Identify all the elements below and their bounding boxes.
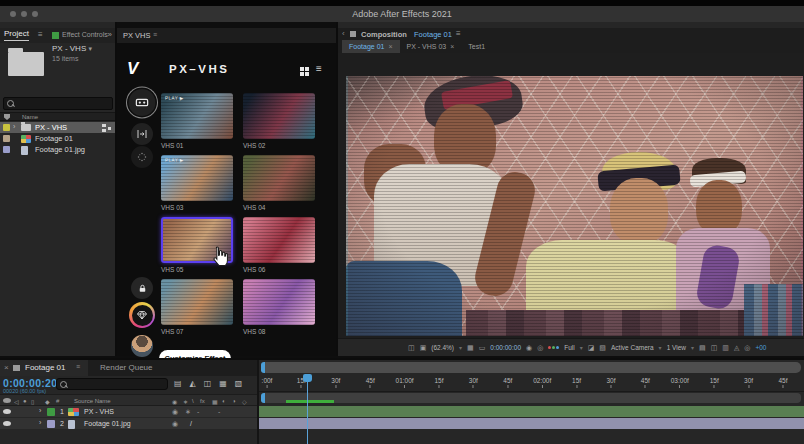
camera-view-select[interactable]: Active Camera [611, 344, 654, 351]
quality-switch-icon[interactable]: \ [192, 398, 194, 404]
effect-thumbnail[interactable]: PLAY ▶ [161, 155, 233, 201]
pxvhs-menu-icon[interactable]: ≡ [316, 63, 322, 74]
shy-switch-icon[interactable]: ◉ [172, 420, 178, 428]
viewer-tab[interactable]: Footage 01× [342, 40, 400, 53]
view-layout-select[interactable]: 1 View [667, 344, 686, 351]
visibility-eye-icon[interactable] [3, 421, 11, 426]
motion-blur-switch-icon[interactable]: - [218, 408, 220, 415]
time-navigator-bar[interactable] [261, 362, 801, 373]
tab-render-queue[interactable]: Render Queue [100, 363, 152, 372]
name-column-header[interactable]: Name [22, 114, 38, 120]
transitions-category-button[interactable] [131, 123, 153, 145]
grid-view-icon[interactable] [300, 67, 309, 76]
composition-mini-flowchart-icon[interactable]: ▤ [174, 379, 182, 388]
resolution-select[interactable]: Full [564, 344, 574, 351]
flowchart-icon[interactable]: ◬ [734, 344, 739, 352]
effect-thumbnail[interactable] [243, 155, 315, 201]
chevron-down-icon[interactable]: ▾ [691, 344, 694, 351]
show-snapshot-icon[interactable]: ▣ [420, 344, 427, 352]
source-name-column-header[interactable]: Source Name [74, 398, 111, 404]
effect-thumbnail[interactable] [243, 217, 315, 263]
layer-row[interactable]: ›2Footage 01.jpg◉/ [0, 418, 257, 430]
tab-overflow-icon[interactable]: » [108, 30, 112, 39]
layer-duration-bar[interactable] [259, 418, 804, 429]
tab-project[interactable]: Project [4, 29, 29, 41]
draft-3d-icon[interactable]: ◭ [190, 379, 196, 388]
chevron-down-icon[interactable]: ▾ [659, 344, 662, 351]
tab-effect-controls[interactable]: Effect Controls [62, 31, 108, 38]
chevron-down-icon[interactable]: ▾ [580, 344, 583, 351]
label-color-swatch[interactable] [3, 124, 10, 131]
visibility-eye-icon[interactable] [3, 409, 11, 414]
chevron-left-icon[interactable]: ‹ [342, 29, 345, 38]
vhs-effects-category-button[interactable] [129, 89, 156, 116]
preview-timecode[interactable]: 0:00:00:00 [490, 344, 521, 351]
project-search-input[interactable] [3, 97, 113, 110]
close-icon[interactable]: × [450, 43, 454, 50]
timeline-tab-label[interactable]: Footage 01 [25, 363, 65, 372]
shy-switch-icon[interactable]: ◉ [172, 408, 178, 416]
work-area-start-handle[interactable] [261, 393, 265, 403]
composition-image[interactable] [346, 76, 803, 336]
exposure-gear-icon[interactable]: ◎ [744, 344, 750, 352]
premium-button[interactable] [129, 302, 155, 328]
grid-guides-icon[interactable]: ▤ [699, 344, 706, 352]
fx-switch-icon[interactable]: fx [200, 398, 205, 404]
snapshot-icon[interactable]: ◫ [408, 344, 415, 352]
project-row[interactable]: ›PX - VHS [0, 122, 115, 133]
collapse-switch-icon[interactable]: ∗ [183, 398, 188, 405]
viewer-tab[interactable]: PX - VHS 03× [400, 40, 462, 53]
region-of-interest-icon[interactable]: ▭ [479, 344, 486, 352]
panel-menu-icon[interactable]: ≡ [76, 363, 80, 370]
time-navigator-start-handle[interactable] [261, 362, 265, 373]
effect-thumbnail[interactable]: PLAY ▶ [161, 93, 233, 139]
label-color-swatch[interactable] [47, 408, 55, 416]
layer-row[interactable]: ›1PX - VHS◉∗-- [0, 406, 257, 418]
graph-editor-icon[interactable]: ▧ [235, 379, 243, 388]
take-snapshot-icon[interactable]: ◉ [526, 344, 532, 352]
playhead-line[interactable] [307, 374, 308, 444]
show-channel-icon[interactable] [548, 346, 559, 349]
label-column-icon[interactable] [4, 114, 10, 120]
twirl-icon[interactable]: › [39, 407, 41, 414]
twirl-icon[interactable]: › [39, 419, 41, 426]
twirl-icon[interactable]: › [13, 123, 15, 130]
collapse-switch-icon[interactable]: ∗ [185, 408, 191, 416]
label-color-swatch[interactable] [3, 146, 10, 153]
show-last-snapshot-icon[interactable]: ◎ [537, 344, 543, 352]
safe-margins-icon[interactable]: ▦ [467, 344, 474, 352]
motion-blur-switch-icon[interactable]: ◐ [222, 398, 226, 404]
playhead-handle[interactable] [303, 374, 312, 382]
fast-previews-icon[interactable]: ◪ [588, 344, 595, 352]
lock-column-icon[interactable]: ▯ [31, 398, 34, 405]
eye-column-icon[interactable] [3, 398, 11, 404]
number-column-header[interactable]: # [56, 398, 59, 404]
panel-menu-icon[interactable]: ≡ [153, 31, 157, 38]
composition-viewer[interactable] [338, 53, 804, 338]
account-avatar[interactable] [131, 335, 153, 357]
effect-thumbnail[interactable] [243, 93, 315, 139]
threed-switch-icon[interactable]: ◇ [242, 398, 247, 405]
audio-column-icon[interactable]: ◁ [14, 398, 19, 405]
close-icon[interactable]: × [388, 43, 392, 50]
label-column-icon[interactable]: ◆ [45, 398, 50, 405]
solo-column-icon[interactable]: ● [23, 398, 27, 404]
panel-menu-icon[interactable]: ≡ [38, 30, 43, 39]
close-icon[interactable]: × [4, 363, 9, 372]
transparency-grid-icon[interactable]: ▧ [599, 344, 606, 352]
hide-shy-layers-icon[interactable]: ◫ [204, 379, 212, 388]
effect-thumbnail[interactable] [161, 279, 233, 325]
chevron-down-icon[interactable]: ▾ [459, 344, 462, 351]
exposure-value[interactable]: +00 [755, 344, 766, 351]
panel-menu-icon[interactable]: ≡ [456, 29, 461, 38]
magnification-value[interactable]: (62.4%) [431, 344, 454, 351]
project-row[interactable]: Footage 01 [0, 133, 115, 144]
project-row[interactable]: Footage 01.jpg [0, 144, 115, 155]
effects-sparkle-category-button[interactable] [131, 146, 153, 168]
adjustment-switch-icon[interactable]: ◑ [232, 398, 236, 404]
frame-blend-switch-icon[interactable]: ▦ [212, 398, 218, 405]
composition-tab-label[interactable]: Composition [361, 30, 407, 39]
frame-blending-icon[interactable]: ▦ [219, 379, 227, 388]
shy-switch-icon[interactable]: ◉ [172, 398, 177, 405]
label-color-swatch[interactable] [3, 135, 10, 142]
